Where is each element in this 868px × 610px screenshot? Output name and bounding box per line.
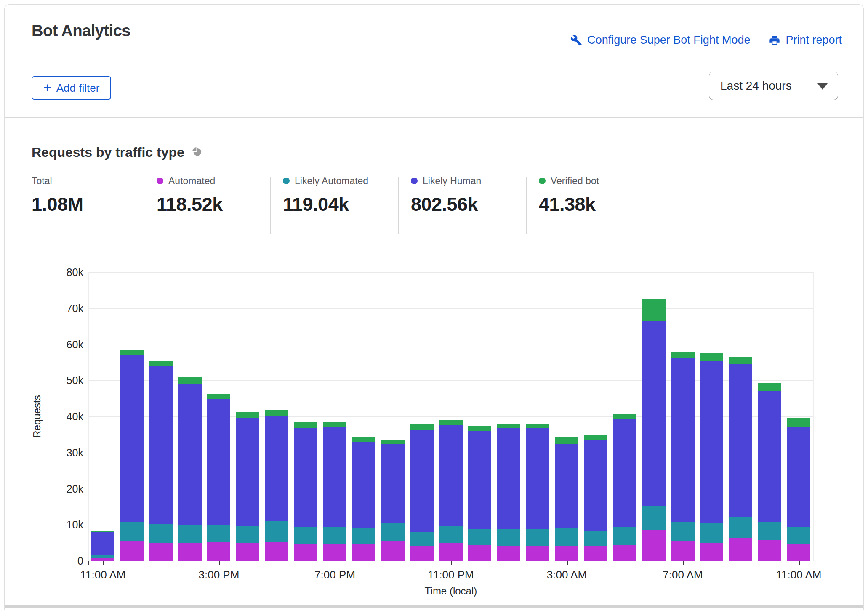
bar-segment-likely-human[interactable] (526, 428, 549, 529)
bar-segment-likely-automated[interactable] (149, 524, 173, 543)
bar-segment-verified-bot[interactable] (671, 352, 695, 358)
bar-segment-automated[interactable] (236, 543, 259, 561)
bar-segment-likely-automated[interactable] (555, 528, 578, 546)
bar-segment-verified-bot[interactable] (526, 424, 549, 428)
bar-segment-verified-bot[interactable] (787, 418, 810, 427)
bar-segment-likely-human[interactable] (352, 442, 375, 528)
bar-segment-likely-human[interactable] (178, 384, 202, 525)
bar-segment-likely-human[interactable] (671, 358, 695, 522)
bar-segment-likely-human[interactable] (236, 418, 259, 526)
bar-segment-automated[interactable] (787, 544, 810, 561)
bar-segment-automated[interactable] (468, 545, 491, 561)
bar-segment-automated[interactable] (613, 545, 636, 561)
bar-segment-automated[interactable] (642, 530, 666, 561)
bar-segment-verified-bot[interactable] (352, 437, 375, 442)
bar-segment-likely-human[interactable] (497, 428, 520, 529)
bar-segment-likely-human[interactable] (91, 532, 114, 555)
bar-segment-verified-bot[interactable] (120, 350, 144, 355)
bar-segment-automated[interactable] (526, 546, 549, 561)
bar-segment-likely-automated[interactable] (613, 527, 636, 546)
bar-segment-automated[interactable] (700, 543, 723, 561)
bar-segment-automated[interactable] (439, 543, 463, 561)
bar-segment-likely-automated[interactable] (584, 531, 607, 546)
bar-segment-verified-bot[interactable] (700, 353, 723, 361)
print-report-link[interactable]: Print report (769, 34, 842, 47)
bar-segment-verified-bot[interactable] (584, 435, 607, 440)
bar-segment-likely-human[interactable] (323, 427, 346, 527)
bar-segment-likely-automated[interactable] (729, 517, 752, 538)
bar-segment-verified-bot[interactable] (410, 424, 434, 430)
bar-segment-likely-automated[interactable] (120, 522, 144, 541)
bar-segment-likely-automated[interactable] (758, 522, 781, 540)
bar-segment-likely-automated[interactable] (468, 529, 491, 545)
bar-segment-likely-automated[interactable] (410, 532, 434, 546)
bar-segment-verified-bot[interactable] (439, 420, 463, 425)
bar-segment-automated[interactable] (294, 544, 317, 561)
bar-segment-verified-bot[interactable] (729, 357, 752, 364)
bar-segment-likely-human[interactable] (758, 391, 781, 522)
bar-segment-verified-bot[interactable] (468, 426, 491, 431)
bar-segment-verified-bot[interactable] (207, 394, 230, 399)
bar-segment-automated[interactable] (729, 538, 752, 561)
bar-segment-likely-automated[interactable] (207, 525, 230, 542)
bar-segment-automated[interactable] (671, 541, 695, 561)
bar-segment-likely-human[interactable] (613, 419, 636, 527)
bar-segment-likely-human[interactable] (584, 440, 607, 531)
bar-segment-likely-human[interactable] (468, 431, 491, 529)
stat-likely-human[interactable]: Likely Human 802.56k (411, 174, 481, 215)
bar-segment-likely-automated[interactable] (178, 525, 202, 543)
bar-segment-automated[interactable] (352, 544, 375, 561)
bar-segment-likely-automated[interactable] (236, 526, 259, 543)
bar-segment-likely-automated[interactable] (671, 522, 695, 541)
bar-segment-verified-bot[interactable] (642, 299, 666, 321)
bar-segment-verified-bot[interactable] (236, 412, 259, 418)
bar-segment-likely-human[interactable] (120, 355, 144, 522)
configure-super-bot-fight-mode-link[interactable]: Configure Super Bot Fight Mode (570, 34, 750, 47)
add-filter-button[interactable]: + Add filter (32, 76, 111, 100)
bar-segment-likely-automated[interactable] (526, 529, 549, 546)
bar-segment-likely-human[interactable] (410, 430, 434, 532)
bar-segment-automated[interactable] (265, 542, 288, 561)
bar-segment-likely-human[interactable] (265, 416, 288, 521)
bar-segment-verified-bot[interactable] (178, 377, 202, 384)
bar-segment-likely-automated[interactable] (323, 527, 346, 544)
bar-segment-automated[interactable] (207, 542, 230, 561)
stat-automated[interactable]: Automated 118.52k (157, 174, 223, 215)
bar-segment-verified-bot[interactable] (149, 361, 173, 366)
bar-segment-automated[interactable] (178, 543, 202, 561)
bar-segment-likely-automated[interactable] (700, 523, 723, 543)
bar-segment-automated[interactable] (323, 544, 346, 561)
bar-segment-verified-bot[interactable] (555, 437, 578, 444)
bar-segment-likely-automated[interactable] (642, 506, 666, 530)
bar-segment-verified-bot[interactable] (613, 414, 636, 419)
bar-segment-likely-human[interactable] (787, 427, 810, 527)
stat-verified-bot[interactable]: Verified bot 41.38k (539, 174, 599, 215)
bar-segment-automated[interactable] (584, 546, 607, 561)
bar-segment-verified-bot[interactable] (323, 422, 346, 427)
bar-segment-automated[interactable] (149, 543, 173, 561)
bar-segment-likely-human[interactable] (294, 428, 317, 527)
bar-segment-likely-human[interactable] (555, 444, 578, 528)
bar-segment-likely-human[interactable] (642, 321, 666, 506)
bar-segment-likely-automated[interactable] (265, 521, 288, 542)
bar-segment-likely-automated[interactable] (352, 528, 375, 544)
bar-segment-automated[interactable] (381, 541, 405, 561)
bar-segment-likely-automated[interactable] (91, 555, 114, 558)
bar-segment-likely-automated[interactable] (439, 526, 463, 543)
bar-segment-automated[interactable] (410, 546, 434, 561)
bar-segment-verified-bot[interactable] (381, 440, 405, 444)
time-range-dropdown[interactable]: Last 24 hours (709, 72, 838, 100)
bar-segment-automated[interactable] (120, 541, 144, 561)
bar-segment-verified-bot[interactable] (91, 531, 114, 533)
bar-segment-likely-human[interactable] (439, 425, 463, 526)
bar-segment-verified-bot[interactable] (294, 422, 317, 428)
bar-segment-likely-automated[interactable] (381, 523, 405, 541)
bar-segment-verified-bot[interactable] (758, 383, 781, 391)
bar-segment-automated[interactable] (91, 558, 114, 561)
bar-segment-likely-automated[interactable] (787, 527, 810, 544)
bar-segment-likely-human[interactable] (149, 366, 173, 525)
bar-segment-automated[interactable] (555, 546, 578, 561)
bar-segment-likely-automated[interactable] (294, 527, 317, 544)
bar-segment-verified-bot[interactable] (497, 424, 520, 428)
bar-segment-likely-human[interactable] (700, 361, 723, 523)
